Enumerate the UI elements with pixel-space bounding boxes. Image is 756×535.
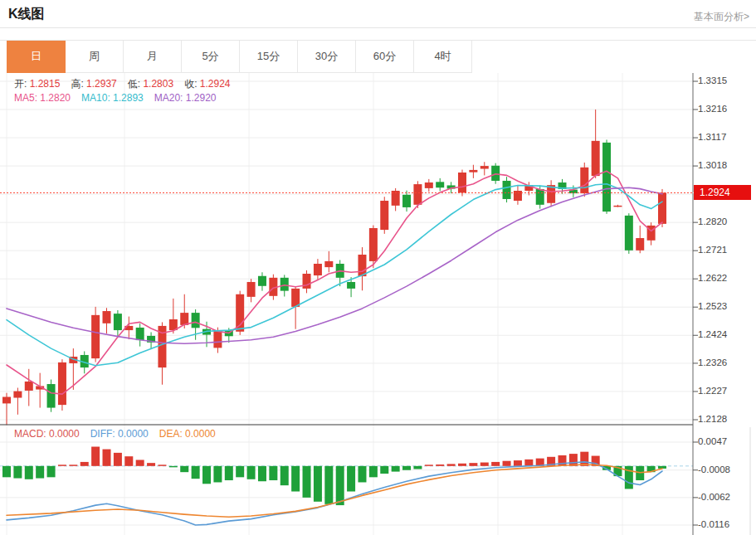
fundamental-analysis-link[interactable]: 基本面分析> bbox=[694, 10, 749, 24]
macd-bar bbox=[458, 464, 466, 466]
candle-body bbox=[91, 315, 100, 358]
macd-bar bbox=[13, 466, 22, 479]
axis-tick-label: -0.0008 bbox=[698, 464, 730, 474]
macd-bar bbox=[147, 463, 155, 466]
candle-body bbox=[314, 264, 322, 275]
readout-value: 0.0000 bbox=[49, 428, 80, 440]
diff-line bbox=[7, 462, 662, 525]
axis-tick-label: -0.0062 bbox=[698, 492, 730, 502]
candle-body bbox=[103, 311, 111, 323]
macd-bar bbox=[491, 462, 500, 466]
macd-bar bbox=[247, 466, 256, 479]
readout-label: 收: bbox=[184, 78, 200, 90]
readout-label: DIFF: bbox=[90, 428, 118, 440]
readout-item: 开: 1.2815 bbox=[14, 78, 60, 90]
readout-label: 低: bbox=[128, 78, 144, 90]
candle-body bbox=[580, 168, 588, 193]
tab-5分[interactable]: 5分 bbox=[182, 41, 240, 73]
candle-body bbox=[536, 189, 544, 205]
macd-bar bbox=[524, 460, 533, 466]
candle-body bbox=[280, 278, 289, 291]
tab-周[interactable]: 周 bbox=[66, 41, 124, 73]
macd-bar bbox=[69, 464, 77, 466]
axis-tick-label: 1.2128 bbox=[698, 414, 727, 424]
macd-bar bbox=[213, 466, 222, 483]
candle-body bbox=[192, 313, 200, 328]
macd-bar bbox=[2, 466, 11, 477]
tab-日[interactable]: 日 bbox=[7, 41, 66, 73]
macd-bar bbox=[436, 464, 444, 466]
candle-body bbox=[324, 261, 333, 267]
macd-bar bbox=[413, 466, 422, 469]
macd-bar bbox=[469, 463, 477, 466]
candle-body bbox=[47, 384, 56, 408]
readout-value: 0.0000 bbox=[185, 428, 216, 440]
candle-body bbox=[480, 166, 489, 168]
macd-bar bbox=[358, 466, 366, 483]
macd-bar bbox=[192, 466, 200, 479]
axis-tick-label: 1.3018 bbox=[698, 160, 727, 170]
readout-label: 开: bbox=[14, 78, 30, 90]
tab-月[interactable]: 月 bbox=[124, 41, 182, 73]
readout-item: 低: 1.2803 bbox=[128, 78, 173, 90]
tab-15分[interactable]: 15分 bbox=[240, 41, 298, 73]
candle-body bbox=[136, 328, 144, 340]
kline-chart-page: K线图 基本面分析> 日周月5分15分30分60分4时 开: 1.2815高: … bbox=[0, 0, 756, 535]
axis-tick-label: 1.2326 bbox=[698, 357, 727, 367]
readout-item: 收: 1.2924 bbox=[184, 78, 230, 90]
candle-body bbox=[236, 294, 244, 332]
macd-bar bbox=[380, 466, 388, 474]
candle-body bbox=[347, 282, 355, 289]
tab-30分[interactable]: 30分 bbox=[298, 41, 356, 73]
readout-value: 0.0000 bbox=[118, 428, 149, 440]
axis-tick-label: 1.3315 bbox=[698, 75, 727, 85]
candle-body bbox=[425, 182, 433, 188]
macd-bar bbox=[425, 464, 433, 466]
candle-body bbox=[2, 397, 11, 404]
macd-bar bbox=[402, 466, 411, 470]
readout-label: 高: bbox=[71, 78, 86, 90]
candle-body bbox=[613, 206, 622, 207]
readout-value: 1.2937 bbox=[86, 78, 117, 90]
candle-body bbox=[503, 181, 511, 199]
macd-readout: MACD: 0.0000DIFF: 0.0000DEA: 0.0000 bbox=[14, 428, 227, 440]
macd-bar bbox=[324, 466, 333, 504]
candle-body bbox=[458, 173, 466, 192]
page-header: K线图 基本面分析> bbox=[0, 0, 756, 28]
readout-value: 1.2893 bbox=[113, 92, 144, 104]
axis-tick-label: 1.3117 bbox=[698, 132, 726, 142]
macd-bar bbox=[369, 466, 378, 477]
macd-bar bbox=[58, 464, 66, 466]
readout-item: DIFF: 0.0000 bbox=[90, 428, 149, 440]
candle-body bbox=[436, 182, 444, 187]
tab-4时[interactable]: 4时 bbox=[414, 41, 472, 73]
candle-body bbox=[636, 238, 644, 250]
readout-item: MACD: 0.0000 bbox=[14, 428, 80, 440]
axis-tick-label: 1.2721 bbox=[698, 245, 727, 255]
axis-tick-label: 1.2424 bbox=[698, 329, 727, 339]
ohlc-readout: 开: 1.2815高: 1.2937低: 1.2803收: 1.2924 bbox=[14, 77, 241, 91]
macd-bar bbox=[114, 453, 122, 466]
candle-body bbox=[602, 143, 611, 212]
candle-body bbox=[592, 141, 600, 176]
candle-body bbox=[658, 192, 666, 223]
macd-bar bbox=[392, 466, 400, 472]
tab-60分[interactable]: 60分 bbox=[356, 41, 414, 73]
candle-body bbox=[402, 195, 411, 207]
readout-item: MA20: 1.2920 bbox=[154, 92, 217, 104]
current-price-badge: 1.2924 bbox=[694, 185, 751, 200]
readout-item: DEA: 0.0000 bbox=[159, 428, 216, 440]
readout-label: MACD: bbox=[14, 428, 49, 440]
macd-bar bbox=[47, 466, 56, 477]
macd-bar bbox=[291, 466, 300, 492]
ma-readout: MA5: 1.2820MA10: 1.2893MA20: 1.2920 bbox=[14, 92, 227, 104]
macd-bar bbox=[124, 456, 133, 466]
macd-bar bbox=[314, 466, 322, 502]
macd-bar bbox=[36, 466, 44, 479]
candle-body bbox=[625, 216, 633, 250]
ma10-line bbox=[7, 184, 662, 366]
page-title: K线图 bbox=[8, 6, 45, 23]
macd-bar bbox=[303, 466, 311, 498]
macd-bar bbox=[503, 461, 511, 466]
candle-body bbox=[258, 276, 266, 286]
